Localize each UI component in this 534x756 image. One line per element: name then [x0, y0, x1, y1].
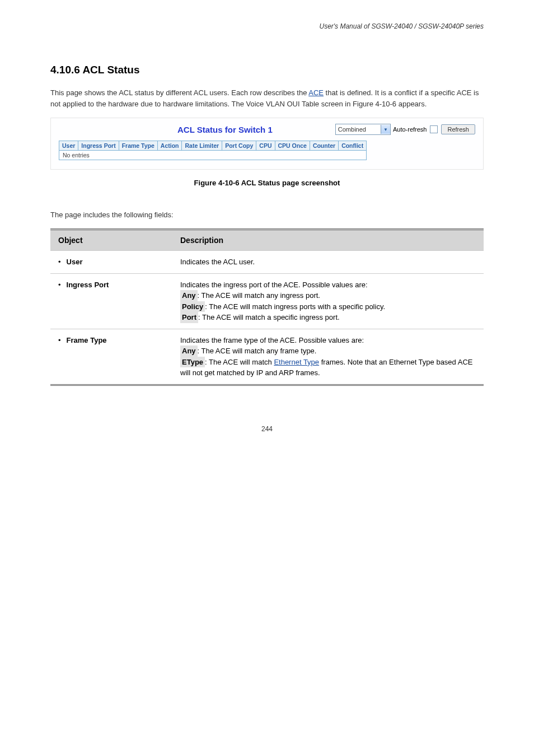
col-ingress-port: Ingress Port [78, 141, 119, 151]
col-user: User [59, 141, 78, 151]
table-header-row: User Ingress Port Frame Type Action Rate… [59, 141, 367, 151]
chevron-down-icon: ▼ [381, 125, 390, 134]
user-filter-dropdown[interactable]: Combined ▼ [335, 124, 391, 135]
ingress-intro: Indicates the ingress port of the ACE. P… [180, 281, 368, 289]
col-counter: Counter [310, 141, 338, 151]
intro-text-1: This page shows the ACL status by differ… [50, 88, 308, 97]
ingress-port-desc: : The ACE will match a specific ingress … [198, 313, 340, 321]
desc-header-row: Object Description [50, 230, 484, 251]
dropdown-value: Combined [336, 124, 381, 134]
intro-paragraph: This page shows the ACL status by differ… [50, 87, 484, 110]
bullet-icon: • [58, 281, 61, 289]
kw-policy: Policy [180, 301, 205, 312]
desc-ingress: Indicates the ingress port of the ACE. P… [172, 273, 484, 329]
desc-row-ingress: •Ingress Port Indicates the ingress port… [50, 273, 484, 329]
doc-header: User's Manual of SGSW-24040 / SGSW-24040… [50, 22, 484, 30]
figure-caption: Figure 4-10-6 ACL Status page screenshot [50, 179, 484, 187]
bullet-icon: • [58, 258, 61, 266]
col-cpu-once: CPU Once [275, 141, 310, 151]
obj-ingress: Ingress Port [67, 281, 109, 289]
col-frame-type: Frame Type [119, 141, 157, 151]
auto-refresh-label: Auto-refresh [393, 126, 427, 133]
frame-any-desc: : The ACE will match any frame type. [198, 347, 317, 355]
kw-any: Any [180, 290, 198, 301]
col-action: Action [157, 141, 182, 151]
ace-link[interactable]: ACE [308, 88, 324, 97]
desc-row-user: •User Indicates the ACL user. [50, 251, 484, 274]
kw-etype: EType [180, 357, 205, 368]
section-heading: 4.10.6 ACL Status [50, 64, 484, 76]
col-port-copy: Port Copy [222, 141, 256, 151]
obj-frame: Frame Type [67, 336, 107, 344]
col-rate-limiter: Rate Limiter [182, 141, 222, 151]
kw-frame-any: Any [180, 346, 198, 357]
table-intro: The page includes the following fields: [50, 209, 484, 221]
bullet-icon: • [58, 336, 61, 344]
frame-intro: Indicates the frame type of the ACE. Pos… [180, 336, 364, 344]
ingress-policy-desc: : The ACE will match ingress ports with … [205, 302, 385, 311]
frame-etype-desc-a: : The ACE will match [205, 358, 274, 366]
no-entries-cell: No entries [59, 151, 367, 160]
ingress-any-desc: : The ACE will match any ingress port. [198, 291, 320, 300]
figure-title: ACL Status for Switch 1 [59, 125, 335, 134]
ethernet-type-link[interactable]: Ethernet Type [274, 358, 319, 366]
desc-header-object: Object [50, 230, 172, 251]
col-cpu: CPU [256, 141, 275, 151]
obj-user: User [67, 258, 83, 266]
col-conflict: Conflict [339, 141, 367, 151]
refresh-button[interactable]: Refresh [441, 124, 475, 134]
figure-container: ACL Status for Switch 1 Combined ▼ Auto-… [50, 118, 484, 170]
desc-header-description: Description [172, 230, 484, 251]
description-table: Object Description •User Indicates the A… [50, 228, 484, 386]
auto-refresh-checkbox[interactable] [430, 125, 438, 133]
kw-port: Port [180, 312, 198, 323]
desc-user: Indicates the ACL user. [172, 251, 484, 274]
acl-status-table: User Ingress Port Frame Type Action Rate… [59, 141, 367, 160]
desc-frame: Indicates the frame type of the ACE. Pos… [172, 329, 484, 385]
page-number: 244 [50, 425, 484, 433]
table-row-empty: No entries [59, 151, 367, 160]
desc-row-frame: •Frame Type Indicates the frame type of … [50, 329, 484, 385]
